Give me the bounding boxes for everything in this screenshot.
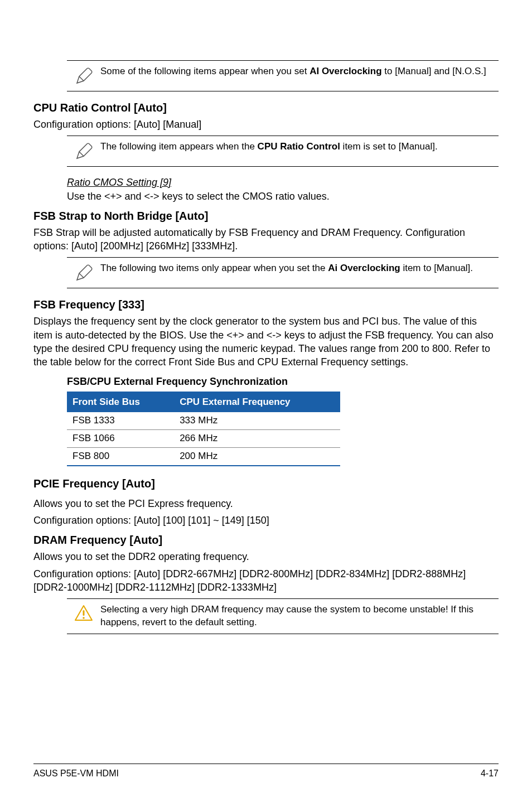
text-fsb-strap: FSB Strap will be adjusted automatically…	[33, 226, 499, 253]
note-text: Some of the following items appear when …	[100, 65, 499, 78]
table-row: FSB 1333 333 MHz	[67, 412, 340, 429]
table-row: FSB 1066 266 MHz	[67, 429, 340, 447]
note-cpu-ratio: The following item appears when the CPU …	[67, 136, 499, 167]
table-row: FSB 800 200 MHz	[67, 447, 340, 465]
heading-fsb-freq: FSB Frequency [333]	[33, 297, 499, 312]
text-pcie-1: Allows you to set the PCI Express freque…	[33, 497, 499, 510]
footer-right: 4-17	[481, 767, 499, 780]
note-overclocking: Some of the following items appear when …	[67, 60, 499, 91]
text-dram-1: Allows you to set the DDR2 operating fre…	[33, 550, 499, 563]
note-text: The following two items only appear when…	[100, 262, 499, 275]
text-cpu-ratio: Configuration options: [Auto] [Manual]	[33, 118, 499, 131]
heading-dram: DRAM Frequency [Auto]	[33, 533, 499, 548]
text-pcie-2: Configuration options: [Auto] [100] [101…	[33, 514, 499, 527]
svg-point-1	[83, 617, 85, 619]
warning-icon	[67, 603, 100, 624]
table-caption: FSB/CPU External Frequency Synchronizati…	[67, 375, 499, 388]
text-dram-2: Configuration options: [Auto] [DDR2-667M…	[33, 567, 499, 595]
note-ai-overclocking: The following two items only appear when…	[67, 257, 499, 288]
warning-dram: Selecting a very high DRAM frequency may…	[67, 598, 499, 634]
block-ratio-cmos: Ratio CMOS Setting [9] Use the <+> and <…	[67, 176, 499, 203]
table-cell: 333 MHz	[174, 412, 340, 429]
freq-table: Front Side Bus CPU External Frequency FS…	[67, 392, 340, 466]
page-footer: ASUS P5E-VM HDMI 4-17	[33, 764, 499, 780]
text-fsb-freq: Displays the frequency sent by the clock…	[33, 315, 499, 369]
text-ratio-cmos: Use the <+> and <-> keys to select the C…	[67, 190, 499, 203]
table-header: Front Side Bus	[67, 392, 174, 412]
table-cell: FSB 800	[67, 447, 174, 465]
pencil-icon	[67, 262, 100, 283]
note-text: The following item appears when the CPU …	[100, 141, 499, 153]
table-cell: 200 MHz	[174, 447, 340, 465]
table-cell: FSB 1066	[67, 429, 174, 447]
table-header: CPU External Frequency	[174, 392, 340, 412]
table-cell: FSB 1333	[67, 412, 174, 429]
svg-rect-0	[83, 610, 85, 616]
heading-fsb-strap: FSB Strap to North Bridge [Auto]	[33, 209, 499, 224]
heading-ratio-cmos: Ratio CMOS Setting [9]	[67, 176, 499, 189]
pencil-icon	[67, 141, 100, 162]
heading-cpu-ratio: CPU Ratio Control [Auto]	[33, 100, 499, 115]
heading-pcie: PCIE Frequency [Auto]	[33, 476, 499, 491]
footer-left: ASUS P5E-VM HDMI	[33, 767, 119, 780]
table-cell: 266 MHz	[174, 429, 340, 447]
warning-text: Selecting a very high DRAM frequency may…	[100, 603, 499, 629]
pencil-icon	[67, 65, 100, 86]
